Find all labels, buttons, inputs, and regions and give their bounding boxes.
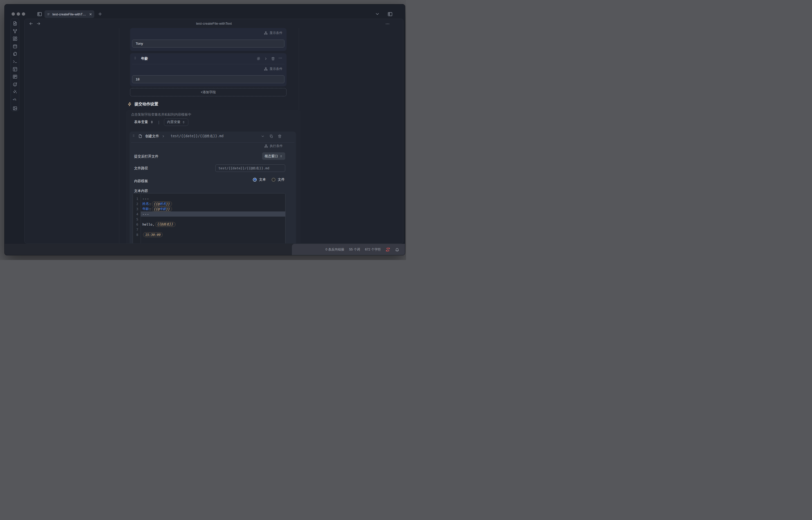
chevrons-up-down-icon [182,121,185,124]
template-code-editor[interactable]: 1---2姓名: {{@姓名}}3年龄: {{@年龄}}4---56hello,… [133,193,286,243]
hierarchy-icon [264,67,268,71]
backlinks-count[interactable]: 0 条反向链接 [325,248,344,252]
template-variable-pill[interactable]: {{@姓名}} [152,202,172,206]
ribbon-git-fork-icon[interactable] [12,29,18,34]
template-option-text[interactable]: 文本 [253,177,266,182]
line-content: hello, {{@姓名}} [140,222,285,227]
status-bar: 0 条反向链接 55 个词 672 个字符 [292,244,405,255]
display-condition-button[interactable]: 显示条件 [264,31,282,35]
ribbon-calendar-icon[interactable] [12,44,18,49]
file-path-input[interactable]: test/{{date}}/{{@姓名}}.md [215,164,285,172]
field-name-value-input[interactable]: Tony [132,40,285,48]
breadcrumb-chevron-icon [162,135,165,138]
open-after-submit-label: 提交后打开文件 [134,154,159,159]
add-field-button[interactable]: +添加字段 [130,88,287,96]
tab-form-icon [47,12,50,16]
more-options-icon[interactable] [385,22,390,27]
ribbon-layout-dashboard-icon[interactable] [12,36,18,41]
close-window-button[interactable] [11,12,15,16]
zoom-window-button[interactable] [22,12,25,16]
traffic-lights[interactable] [11,12,25,16]
display-condition-button[interactable]: 显示条件 [264,67,282,71]
minimize-window-button[interactable] [17,12,20,16]
action-target-path[interactable]: test/{{date}}/{{@姓名}}.md [171,134,224,138]
open-mode-select[interactable]: 模态窗口 [262,152,285,160]
drag-handle-icon[interactable] [134,56,137,61]
form-variables-dropdown[interactable]: 表单变量 [134,120,154,124]
line-number: 5 [133,217,140,221]
radio-unselected-icon[interactable] [271,178,276,182]
template-variable-pill[interactable]: {{@年龄}} [152,207,172,211]
chevrons-up-down-icon [280,155,283,158]
radio-selected-icon[interactable] [253,178,257,182]
field-type-number-icon[interactable] [257,56,261,61]
field-collapse-chevron-icon[interactable] [264,57,268,61]
field-delete-icon[interactable] [271,57,275,61]
tab-close-icon[interactable] [89,12,92,16]
editor-line[interactable]: 5 [133,216,285,222]
display-condition-label: 显示条件 [269,31,282,35]
ribbon-terminal-icon[interactable] [12,59,18,64]
ribbon-files-icon[interactable] [12,51,18,56]
editor-line[interactable]: 815:30:09 [133,232,285,237]
collapse-action-chevron-icon[interactable] [261,134,265,138]
editor-line[interactable]: 2姓名: {{@姓名}} [133,201,285,206]
action-type-label[interactable]: 创建文件 [145,134,159,138]
drag-handle-icon[interactable] [132,134,135,139]
editor-line[interactable]: 6hello, {{@姓名}} [133,222,285,227]
submit-actions-panel: 点击复制字段变量名并粘贴到内容模板中 表单变量 | 内置变量 创建文件 [126,110,300,243]
hierarchy-icon [264,31,268,35]
status-strip: 0 条反向链接 55 个词 672 个字符 [5,244,405,255]
action-card-create-file: 创建文件 test/{{date}}/{{@姓名}}.md 执行条件 提交后打开 [130,132,296,243]
new-tab-button[interactable] [98,11,103,17]
ribbon-kanban-icon[interactable] [12,74,18,79]
duplicate-action-icon[interactable] [269,134,273,138]
ribbon-image-icon[interactable] [12,106,18,111]
left-sidebar-toggle-icon[interactable] [37,11,42,17]
char-count[interactable]: 672 个字符 [365,248,381,252]
line-number: 6 [133,223,140,226]
note-title: test-createFile-withText [25,22,403,25]
svg-text:<%: <% [12,98,16,101]
bell-icon[interactable] [395,248,399,252]
submit-actions-heading: 提交动作设置 [127,102,158,107]
divider: | [158,120,159,124]
template-option-file[interactable]: 文件 [271,177,285,182]
tab-list-chevron-icon[interactable] [375,11,380,17]
template-variable-pill[interactable]: {{@姓名}} [155,222,176,227]
line-number: 3 [133,207,140,211]
template-variable-pill[interactable]: 15:30:09 [143,232,163,237]
line-content: 15:30:09 [140,232,285,237]
ribbon-file-search-icon[interactable] [12,21,18,26]
sync-disabled-icon[interactable] [386,248,390,252]
line-content [140,216,285,222]
right-sidebar-toggle-icon[interactable] [388,11,393,17]
line-number: 8 [133,233,140,237]
content-guide-left [119,28,119,243]
ribbon-panels-top-left-icon[interactable] [12,67,18,72]
exec-condition-button[interactable]: 执行条件 [264,144,283,148]
exec-condition-label: 执行条件 [270,144,283,148]
field-label: 年龄 [141,56,148,61]
line-content: --- [140,211,285,216]
line-content: 姓名: {{@姓名}} [140,201,285,206]
field-more-icon[interactable] [278,56,282,61]
tab-title: test-createFile-withT… [52,12,87,16]
line-number: 1 [133,197,140,201]
editor-line[interactable]: 3年龄: {{@年龄}} [133,206,285,211]
editor-line[interactable]: 1--- [133,196,285,201]
ribbon-wand-sparkles-icon[interactable] [12,89,18,94]
variables-hint: 点击复制字段变量名并粘贴到内容模板中 [131,112,191,117]
ribbon-smile-sparkle-icon[interactable] [12,82,18,87]
delete-action-icon[interactable] [278,134,282,138]
word-count[interactable]: 55 个词 [349,248,360,252]
line-number: 7 [133,228,140,232]
line-number: 4 [133,212,140,216]
builtin-variables-dropdown[interactable]: 内置变量 [164,119,188,126]
tab-test-createfile[interactable]: test-createFile-withT… [45,10,94,18]
line-number: 2 [133,202,140,206]
editor-line[interactable]: 7 [133,227,285,232]
ribbon-templater-icon[interactable]: <% [12,97,18,103]
field-age-value-input[interactable]: 18 [132,75,285,83]
editor-line[interactable]: 4--- [133,211,285,216]
